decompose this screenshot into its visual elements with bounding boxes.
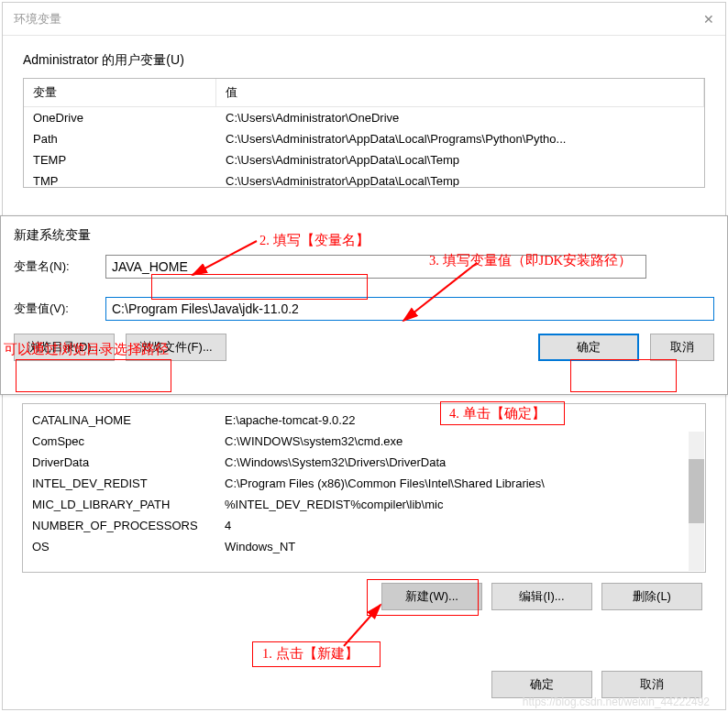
new-system-variable-dialog: 新建系统变量 变量名(N): 变量值(V): 浏览目录(D)... 浏览文件(F…	[0, 215, 728, 395]
system-vars-table[interactable]: CATALINA_HOMEE:\apache-tomcat-9.0.22ComS…	[22, 403, 706, 573]
browse-dir-button[interactable]: 浏览目录(D)...	[14, 334, 115, 361]
edit-button[interactable]: 编辑(I)...	[491, 583, 592, 610]
cell-value: C:\Program Files (x86)\Common Files\Inte…	[215, 476, 705, 490]
table-row[interactable]: NUMBER_OF_PROCESSORS4	[23, 515, 705, 536]
cell-name: TEMP	[24, 153, 216, 167]
cell-name: MIC_LD_LIBRARY_PATH	[23, 498, 215, 511]
dialog-ok-button[interactable]: 确定	[538, 334, 639, 361]
cell-name: CATALINA_HOME	[23, 413, 215, 427]
cell-value: C:\Users\Administrator\OneDrive	[216, 111, 704, 125]
cell-name: ComSpec	[23, 434, 215, 448]
new-button[interactable]: 新建(W)...	[381, 583, 482, 610]
cell-name: OneDrive	[24, 111, 216, 125]
cell-value: Windows_NT	[215, 540, 705, 553]
cell-name: Path	[24, 132, 216, 146]
var-value-label: 变量值(V):	[14, 301, 105, 317]
titlebar: 环境变量 ✕	[3, 3, 725, 36]
user-vars-table[interactable]: 变量 值 OneDriveC:\Users\Administrator\OneD…	[23, 78, 705, 188]
cell-value: 4	[215, 519, 705, 532]
scrollbar[interactable]	[689, 432, 704, 571]
var-name-input[interactable]	[105, 255, 646, 279]
col-value: 值	[216, 79, 704, 106]
cell-name: NUMBER_OF_PROCESSORS	[23, 519, 215, 532]
main-ok-button[interactable]: 确定	[491, 671, 592, 698]
table-row[interactable]: MIC_LD_LIBRARY_PATH%INTEL_DEV_REDIST%com…	[23, 494, 705, 515]
cell-value: %INTEL_DEV_REDIST%compiler\lib\mic	[215, 498, 705, 511]
cell-value: C:\Users\Administrator\AppData\Local\Pro…	[216, 132, 704, 146]
close-icon[interactable]: ✕	[703, 12, 714, 27]
cell-value: E:\apache-tomcat-9.0.22	[215, 413, 705, 427]
cell-name: TMP	[24, 174, 216, 188]
cell-value: C:\Windows\System32\Drivers\DriverData	[215, 455, 705, 469]
table-header: 变量 值	[24, 79, 704, 107]
table-row[interactable]: OneDriveC:\Users\Administrator\OneDrive	[24, 107, 704, 128]
table-row[interactable]: TMPC:\Users\Administrator\AppData\Local\…	[24, 170, 704, 188]
cell-value: C:\Users\Administrator\AppData\Local\Tem…	[216, 153, 704, 167]
window-title: 环境变量	[14, 11, 61, 27]
table-row[interactable]: INTEL_DEV_REDISTC:\Program Files (x86)\C…	[23, 473, 705, 494]
watermark: https://blog.csdn.net/weixin_44222492	[523, 696, 710, 708]
dialog-title: 新建系统变量	[1, 216, 727, 249]
col-variable: 变量	[24, 79, 216, 106]
main-cancel-button[interactable]: 取消	[601, 671, 702, 698]
table-row[interactable]: TEMPC:\Users\Administrator\AppData\Local…	[24, 149, 704, 170]
cell-value: C:\Users\Administrator\AppData\Local\Tem…	[216, 174, 704, 188]
table-row[interactable]: OSWindows_NT	[23, 536, 705, 557]
cell-value: C:\WINDOWS\system32\cmd.exe	[215, 434, 705, 448]
cell-name: INTEL_DEV_REDIST	[23, 476, 215, 490]
table-row[interactable]: PathC:\Users\Administrator\AppData\Local…	[24, 128, 704, 149]
user-vars-label: Administrator 的用户变量(U)	[23, 52, 705, 69]
var-name-label: 变量名(N):	[14, 258, 105, 275]
table-row[interactable]: CATALINA_HOMEE:\apache-tomcat-9.0.22	[23, 410, 705, 431]
delete-button[interactable]: 删除(L)	[601, 583, 702, 610]
table-row[interactable]: ComSpecC:\WINDOWS\system32\cmd.exe	[23, 431, 705, 452]
cell-name: OS	[23, 540, 215, 553]
table-row[interactable]: DriverDataC:\Windows\System32\Drivers\Dr…	[23, 452, 705, 473]
browse-file-button[interactable]: 浏览文件(F)...	[126, 334, 226, 361]
var-value-input[interactable]	[105, 297, 714, 321]
dialog-cancel-button[interactable]: 取消	[650, 334, 714, 361]
cell-name: DriverData	[23, 455, 215, 469]
